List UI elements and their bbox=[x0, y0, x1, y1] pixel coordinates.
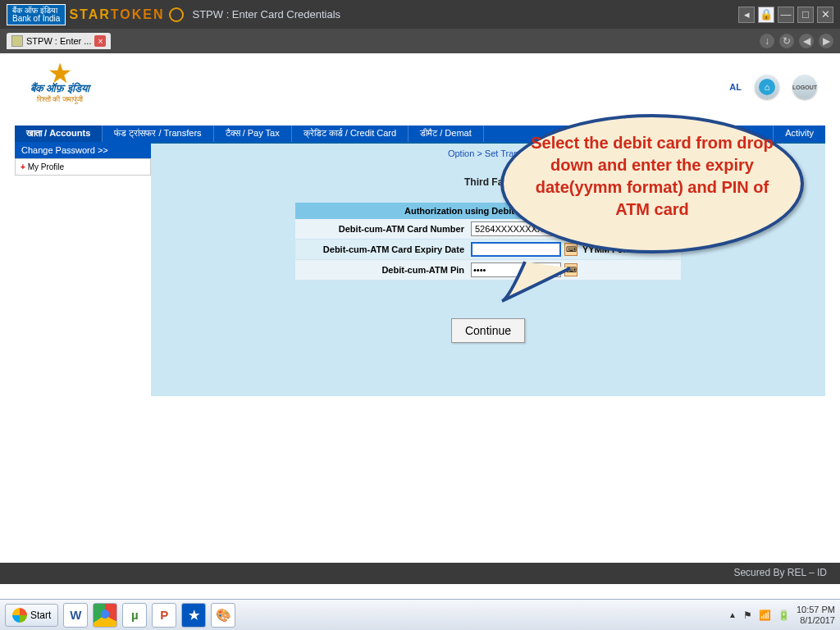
nav-back-icon[interactable]: ◀ bbox=[799, 34, 814, 48]
brand-token: TOKEN bbox=[111, 7, 165, 21]
windows-taskbar: Start W µ P ★ 🎨 ▲ ⚑ 📶 🔋 10:57 PM 8/1/201… bbox=[0, 599, 840, 630]
footer-strip bbox=[0, 563, 840, 584]
sidebar: Change Password >> + My Profile bbox=[15, 142, 151, 396]
logo-text-hi: बैंक ऑफ़ इंडिया bbox=[12, 7, 60, 15]
tray-date: 8/1/2017 bbox=[797, 615, 835, 626]
app-titlebar: बैंक ऑफ़ इंडिया Bank of India STARTOKEN … bbox=[0, 0, 840, 29]
nav-forward-icon[interactable]: ▶ bbox=[819, 34, 833, 48]
back-button[interactable]: ◂ bbox=[738, 7, 755, 23]
taskbar-utorrent-icon[interactable]: µ bbox=[122, 603, 147, 628]
nav-down-icon[interactable]: ↓ bbox=[760, 34, 774, 48]
tray-flag-icon[interactable]: ⚑ bbox=[743, 609, 752, 621]
label-card-number: Debit-cum-ATM Card Number bbox=[295, 221, 468, 237]
al-label: AL bbox=[729, 82, 742, 92]
window-title: STPW : Enter Card Credentials bbox=[192, 8, 340, 21]
tray-network-icon[interactable]: 📶 bbox=[759, 609, 771, 621]
secured-by: Secured By REL – ID bbox=[725, 564, 835, 581]
sidebar-change-password[interactable]: Change Password >> bbox=[15, 142, 151, 158]
tray-battery-icon[interactable]: 🔋 bbox=[778, 609, 790, 621]
nav-demat[interactable]: डीमैट / Demat bbox=[409, 126, 484, 142]
startoken-brand: STARTOKEN bbox=[69, 7, 164, 22]
label-expiry: Debit-cum-ATM Card Expiry Date bbox=[295, 241, 468, 258]
brand-star: STAR bbox=[69, 7, 110, 21]
lock-button[interactable]: 🔒 bbox=[758, 7, 774, 23]
instruction-callout: Select the debit card from drop down and… bbox=[500, 114, 812, 278]
sidebar-my-profile[interactable]: + My Profile bbox=[15, 158, 151, 176]
close-button[interactable]: ✕ bbox=[817, 7, 833, 23]
bank-name: बैंक ऑफ़ इंडिया bbox=[30, 82, 89, 95]
tab-close-button[interactable]: × bbox=[94, 35, 106, 47]
chain-icon bbox=[169, 7, 184, 22]
taskbar-word-icon[interactable]: W bbox=[63, 603, 88, 628]
tray-up-icon[interactable]: ▲ bbox=[728, 610, 737, 619]
logout-label: LOGOUT bbox=[792, 84, 817, 90]
tab-favicon-icon bbox=[11, 35, 23, 47]
bank-tagline: रिश्तों की जमापूंजी bbox=[37, 95, 83, 104]
windows-icon bbox=[12, 608, 27, 623]
taskbar-startoken-icon[interactable]: ★ bbox=[181, 603, 206, 628]
tab-label: STPW : Enter ... bbox=[26, 36, 91, 46]
boi-mini-logo: बैंक ऑफ़ इंडिया Bank of India bbox=[7, 4, 66, 25]
minimize-button[interactable]: — bbox=[778, 7, 794, 23]
nav-accounts[interactable]: खाता / Accounts bbox=[15, 126, 103, 142]
start-label: Start bbox=[30, 609, 51, 621]
sidebar-item-label: My Profile bbox=[28, 162, 64, 171]
bank-logo: ★ बैंक ऑफ़ इंडिया रिश्तों की जमापूंजी bbox=[15, 60, 105, 109]
maximize-button[interactable]: □ bbox=[797, 7, 814, 23]
browser-tab[interactable]: STPW : Enter ... × bbox=[7, 33, 111, 49]
nav-creditcard[interactable]: क्रेडिट कार्ड / Credit Card bbox=[292, 126, 409, 142]
logout-button[interactable]: LOGOUT bbox=[792, 75, 817, 99]
logo-text-en: Bank of India bbox=[12, 15, 60, 23]
nav-transfers[interactable]: फंड ट्रांसफर / Transfers bbox=[103, 126, 213, 142]
taskbar-chrome-icon[interactable] bbox=[93, 603, 117, 628]
tray-clock[interactable]: 10:57 PM 8/1/2017 bbox=[797, 605, 835, 625]
taskbar-paint-icon[interactable]: 🎨 bbox=[211, 603, 235, 628]
page-content: ★ बैंक ऑफ़ इंडिया रिश्तों की जमापूंजी AL… bbox=[0, 53, 840, 584]
star-icon: ★ bbox=[48, 65, 72, 81]
tray-time: 10:57 PM bbox=[797, 605, 835, 615]
taskbar-powerpoint-icon[interactable]: P bbox=[152, 603, 176, 628]
plus-icon: + bbox=[21, 162, 28, 171]
home-icon: ⌂ bbox=[759, 79, 775, 95]
system-tray: ▲ ⚑ 📶 🔋 10:57 PM 8/1/2017 bbox=[728, 605, 835, 625]
start-button[interactable]: Start bbox=[5, 604, 58, 627]
nav-paytax[interactable]: टैक्स / Pay Tax bbox=[214, 126, 292, 142]
home-button[interactable]: ⌂ bbox=[755, 75, 779, 99]
browser-tabbar: STPW : Enter ... × ↓ ↻ ◀ ▶ bbox=[0, 29, 840, 53]
callout-text: Select the debit card from drop down and… bbox=[521, 132, 783, 221]
nav-refresh-icon[interactable]: ↻ bbox=[779, 34, 794, 48]
continue-button[interactable]: Continue bbox=[451, 318, 525, 343]
label-pin: Debit-cum-ATM Pin bbox=[295, 262, 468, 278]
